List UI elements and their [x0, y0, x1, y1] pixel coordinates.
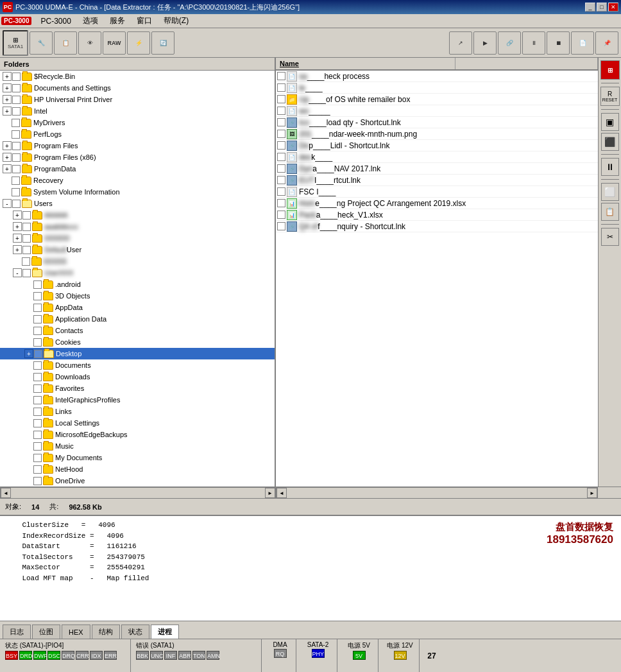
tree-item-applicationdata[interactable]: Application Data [0, 313, 275, 325]
expand-user3[interactable]: + [13, 234, 22, 243]
tree-item-localsettings[interactable]: Local Settings [0, 417, 275, 429]
file-check-4[interactable] [277, 107, 285, 115]
tree-item-3dobjects[interactable]: 3D Objects [0, 290, 275, 302]
file-check-10[interactable] [277, 176, 285, 184]
tree-item-docsettings[interactable]: + Documents and Settings [0, 82, 275, 94]
tool-button-3[interactable]: 👁 [78, 31, 101, 55]
check-desktop[interactable] [34, 350, 42, 358]
file-check-3[interactable] [277, 95, 285, 103]
expand-defaultuser[interactable]: + [13, 245, 22, 254]
hscroll-right[interactable]: ► [265, 488, 275, 498]
doc-button[interactable]: 📄 [571, 31, 594, 55]
file-check-13[interactable] [277, 211, 285, 219]
file-row-8[interactable]: 📄 desk____ [276, 151, 598, 163]
file-row-1[interactable]: 📄 sa____heck process [276, 71, 598, 82]
check-recovery[interactable] [12, 177, 20, 185]
rhscroll-left[interactable]: ◄ [276, 488, 287, 498]
rt-copy-btn[interactable]: 📋 [601, 203, 619, 221]
rt-cut-btn[interactable]: ✂ [601, 228, 619, 246]
expand-user1[interactable]: + [13, 211, 22, 220]
check-hp[interactable] [12, 96, 21, 104]
check-music[interactable] [33, 442, 42, 451]
tree-item-activeuser[interactable]: - UserXXX [0, 267, 275, 279]
file-check-6[interactable] [277, 130, 285, 138]
tree-item-appdata[interactable]: AppData [0, 302, 275, 313]
tree-item-nethood[interactable]: NetHood [0, 463, 275, 475]
tree-item-user1[interactable]: + AAAAA [0, 209, 275, 221]
file-check-2[interactable] [277, 83, 285, 92]
expand-desktop[interactable]: + [24, 349, 33, 358]
rt-pause-btn[interactable]: ⏸ [601, 158, 619, 176]
tree-item-mydrivers[interactable]: MyDrivers [0, 117, 275, 128]
tab-hex[interactable]: HEX [62, 625, 90, 639]
tool-button-1[interactable]: 🔧 [30, 31, 53, 55]
tree-item-mydocs[interactable]: My Documents [0, 452, 275, 463]
file-check-14[interactable] [277, 222, 285, 230]
tab-status[interactable]: 状态 [121, 625, 149, 639]
check-appdata[interactable] [33, 304, 42, 312]
expand-hp[interactable]: + [3, 95, 12, 104]
check-users[interactable] [12, 200, 21, 208]
pin-button[interactable]: 📌 [595, 31, 618, 55]
rt-device-btn[interactable]: ⊞ [600, 60, 620, 80]
rt-block1-btn[interactable]: ▣ [601, 113, 619, 131]
file-row-3[interactable]: 📁 Up____of OS white remailer box [276, 94, 598, 105]
file-row-6[interactable]: 🖼 201____ndar-week-mnth-num.png [276, 128, 598, 140]
file-check-9[interactable] [277, 164, 285, 173]
minimize-button[interactable]: _ [585, 3, 595, 12]
hscroll-left[interactable]: ◄ [1, 488, 11, 498]
check-user5[interactable] [22, 257, 30, 266]
tree-item-android[interactable]: .android [0, 279, 275, 290]
check-msedge[interactable] [33, 431, 42, 439]
tree-item-defaultuser[interactable]: + Default User [0, 244, 275, 255]
menu-help[interactable]: 帮助(Z) [158, 14, 194, 28]
right-hscroll[interactable]: ◄ ► [276, 487, 598, 499]
extract-button[interactable]: ↗ [449, 31, 472, 55]
file-row-14[interactable]: 🔗 Q4 off____nquiry - Shortcut.lnk [276, 221, 598, 232]
check-localsettings[interactable] [33, 419, 42, 427]
check-cookies[interactable] [33, 338, 42, 347]
file-row-5[interactable]: 🔗 Ico____load qty - Shortcut.lnk [276, 117, 598, 128]
file-check-1[interactable] [277, 72, 285, 80]
pause-button[interactable]: ⏸ [522, 31, 545, 55]
tree-item-sysvolinfo[interactable]: System Volume Information [0, 186, 275, 198]
tree-item-user5[interactable]: EEEEE [0, 255, 275, 267]
check-contacts[interactable] [33, 327, 42, 335]
check-links[interactable] [33, 408, 42, 416]
close-button[interactable]: ✕ [608, 3, 618, 12]
file-check-8[interactable] [277, 153, 285, 161]
expand-docsettings[interactable]: + [3, 83, 12, 92]
check-applicationdata[interactable] [33, 315, 42, 323]
tree-item-documents[interactable]: Documents [0, 359, 275, 371]
check-user3[interactable] [22, 234, 31, 243]
tree-item-recycle[interactable]: + $Recycle.Bin [0, 71, 275, 82]
expand-activeuser[interactable]: - [13, 268, 22, 277]
folder-tree[interactable]: + $Recycle.Bin + Documents and Settings … [0, 71, 275, 487]
file-row-9[interactable]: 🔗 Dyna____NAV 2017.lnk [276, 163, 598, 175]
file-row-7[interactable]: 🔗 Dep____Lidl - Shortcut.lnk [276, 140, 598, 151]
expand-users[interactable]: - [3, 199, 12, 208]
file-check-7[interactable] [277, 141, 285, 150]
file-row-12[interactable]: 📊 Home____ng Project QC Arrangement 2019… [276, 198, 598, 209]
tree-item-hp[interactable]: + HP Universal Print Driver [0, 94, 275, 105]
expand-programdata[interactable]: + [3, 164, 12, 173]
tree-item-onedrive[interactable]: OneDrive [0, 475, 275, 487]
tree-item-user2[interactable]: + aaabbbccc [0, 221, 275, 232]
stop-button[interactable]: ⏹ [547, 31, 570, 55]
check-3dobjects[interactable] [33, 292, 42, 300]
tab-log[interactable]: 日志 [3, 625, 31, 639]
tree-item-programfiles[interactable]: + Program Files [0, 140, 275, 151]
tree-item-users[interactable]: - Users [0, 198, 275, 209]
restore-button[interactable]: □ [597, 3, 607, 12]
file-row-10[interactable]: 🔗 EUTI____rtcut.lnk [276, 175, 598, 186]
tree-item-programfilesx86[interactable]: + Program Files (x86) [0, 151, 275, 163]
tool-button-6[interactable]: 🔄 [151, 31, 174, 55]
check-android[interactable] [33, 280, 42, 289]
rt-reset-btn[interactable]: R RESET [600, 87, 620, 106]
file-check-5[interactable] [277, 118, 285, 126]
rt-block3-btn[interactable]: ⬜ [601, 183, 619, 201]
check-intelgfx[interactable] [33, 396, 42, 404]
tree-item-intel[interactable]: + Intel [0, 105, 275, 117]
play-button[interactable]: ▶ [473, 31, 497, 55]
check-defaultuser[interactable] [22, 246, 31, 254]
